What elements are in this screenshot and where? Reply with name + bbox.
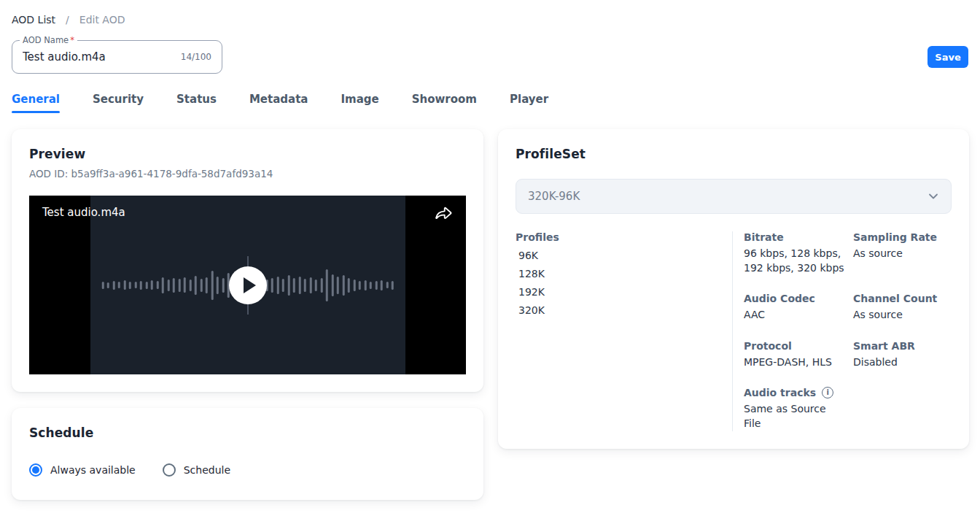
detail-sampling-rate: Sampling Rate As source [853, 231, 952, 261]
profile-item: 96K [516, 250, 732, 261]
radio-always-available[interactable]: Always available [29, 463, 136, 477]
breadcrumb-edit-aod: Edit AOD [79, 14, 125, 26]
save-button[interactable]: Save [928, 46, 968, 68]
radio-unselected-icon[interactable] [163, 463, 176, 477]
schedule-title: Schedule [29, 425, 466, 440]
audio-player[interactable]: Test audio.m4a [29, 196, 466, 374]
required-asterisk: * [70, 35, 74, 45]
detail-smart-abr: Smart ABR Disabled [853, 340, 952, 370]
tab-image[interactable]: Image [341, 93, 378, 113]
info-icon[interactable]: i [822, 387, 833, 398]
schedule-options: Always available Schedule [29, 463, 466, 477]
breadcrumb-separator: / [66, 14, 69, 26]
tab-metadata[interactable]: Metadata [249, 93, 308, 113]
profileset-title: ProfileSet [516, 147, 952, 161]
profile-item: 192K [516, 286, 732, 298]
tab-status[interactable]: Status [176, 93, 217, 113]
play-icon [244, 277, 256, 293]
preview-title: Preview [29, 147, 466, 161]
breadcrumb: AOD List / Edit AOD [0, 0, 980, 26]
radio-schedule-label: Schedule [184, 464, 230, 476]
tab-player[interactable]: Player [510, 93, 548, 113]
aod-id-text: AOD ID: b5a9ff3a-a961-4178-9dfa-58d7afd9… [29, 168, 466, 180]
detail-bitrate: Bitrate 96 kbps, 128 kbps, 192 kbps, 320… [744, 231, 853, 275]
detail-channel-count: Channel Count As source [853, 293, 952, 323]
header-row: AOD Name* 14/100 Save [0, 40, 980, 74]
preview-card: Preview AOD ID: b5a9ff3a-a961-4178-9dfa-… [12, 129, 483, 392]
details-grid: Bitrate 96 kbps, 128 kbps, 192 kbps, 320… [744, 231, 952, 431]
chevron-down-icon [928, 190, 939, 202]
profiles-list: Profiles 96K 128K 192K 320K [516, 231, 732, 431]
radio-selected-icon[interactable] [29, 463, 42, 477]
radio-always-available-label: Always available [50, 464, 136, 476]
detail-audio-tracks: Audio tracks i Same as Source File [744, 387, 853, 431]
main-content: Preview AOD ID: b5a9ff3a-a961-4178-9dfa-… [0, 129, 980, 500]
edit-aod-page: AOD List / Edit AOD AOD Name* 14/100 Sav… [0, 0, 980, 524]
profileset-dropdown-value: 320K-96K [528, 190, 580, 203]
vertical-divider [732, 231, 733, 431]
profile-item: 320K [516, 304, 732, 316]
share-icon[interactable] [434, 204, 453, 223]
profile-item: 128K [516, 268, 732, 280]
schedule-card: Schedule Always available Schedule [12, 408, 483, 500]
profileset-details: Profiles 96K 128K 192K 320K Bitrate 96 k… [516, 231, 952, 431]
radio-schedule[interactable]: Schedule [163, 463, 230, 477]
char-counter: 14/100 [181, 52, 211, 62]
play-button[interactable] [229, 266, 267, 304]
tab-security[interactable]: Security [93, 93, 144, 113]
profileset-card: ProfileSet 320K-96K Profiles 96K 128K 19… [498, 129, 969, 449]
player-title-overlay: Test audio.m4a [42, 206, 125, 219]
tab-showroom[interactable]: Showroom [412, 93, 477, 113]
aod-name-label: AOD Name* [20, 35, 77, 45]
profileset-dropdown[interactable]: 320K-96K [516, 179, 952, 214]
aod-name-field: AOD Name* 14/100 [12, 40, 222, 74]
profiles-label: Profiles [516, 231, 732, 243]
breadcrumb-aod-list[interactable]: AOD List [12, 14, 55, 26]
tab-bar: General Security Status Metadata Image S… [0, 93, 980, 113]
aod-name-input[interactable] [23, 50, 175, 63]
tab-general[interactable]: General [12, 93, 60, 113]
detail-protocol: Protocol MPEG-DASH, HLS [744, 340, 853, 370]
detail-audio-codec: Audio Codec AAC [744, 293, 853, 323]
